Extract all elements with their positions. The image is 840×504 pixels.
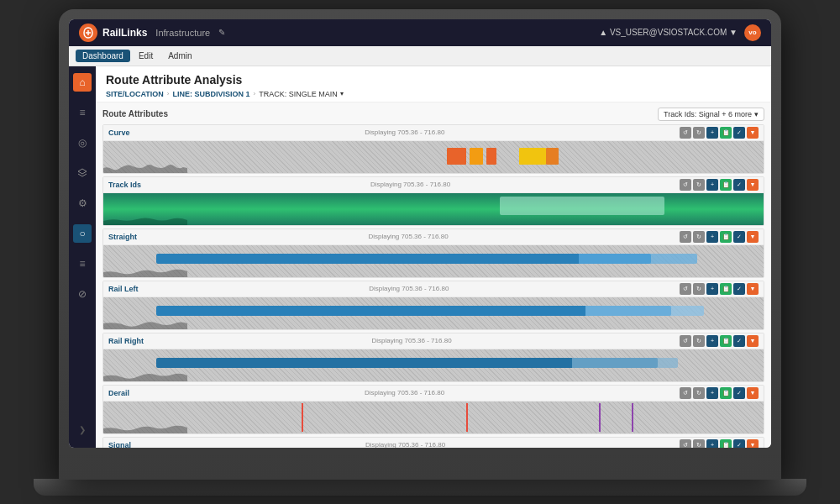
track-row-railright: Rail Right Displaying 705.36 - 716.80 ↺ … bbox=[102, 333, 764, 382]
sidebar-icon-target[interactable]: ◎ bbox=[73, 134, 92, 152]
sidebar-icon-list[interactable]: ≡ bbox=[73, 255, 92, 273]
app-subtitle: Infrastructure bbox=[155, 28, 210, 38]
track-action-reset7[interactable]: ↺ bbox=[680, 439, 691, 448]
track-action-redo3[interactable]: ↻ bbox=[693, 231, 705, 243]
track-name-curve[interactable]: Curve bbox=[108, 129, 130, 137]
laptop-screen: RailLinks Infrastructure ✎ ▲ VS_USER@VSI… bbox=[69, 19, 771, 448]
user-avatar[interactable]: vo bbox=[744, 24, 761, 41]
track-action-copy[interactable]: 📋 bbox=[720, 127, 732, 139]
track-action-copy2[interactable]: 📋 bbox=[720, 179, 732, 191]
user-label[interactable]: ▲ VS_USER@VSIOSTACK.COM ▼ bbox=[599, 28, 738, 37]
track-action-add[interactable]: + bbox=[706, 127, 718, 139]
sidebar-icon-settings[interactable]: ⚙ bbox=[73, 194, 92, 213]
track-action-menu4[interactable]: ▼ bbox=[747, 283, 759, 295]
curve-seg4 bbox=[519, 148, 545, 165]
track-actions-derail: ↺ ↻ + 📋 ✓ ▼ bbox=[680, 387, 759, 399]
curve-seg1 bbox=[447, 148, 467, 165]
track-name-railright[interactable]: Rail Right bbox=[108, 337, 144, 345]
track-display-railright: Displaying 705.36 - 716.80 bbox=[144, 337, 680, 344]
track-action-check[interactable]: ✓ bbox=[733, 127, 745, 139]
track-action-add6[interactable]: + bbox=[706, 387, 718, 399]
track-row-derail: Derail Displaying 705.36 - 716.80 ↺ ↻ + … bbox=[102, 385, 764, 434]
track-actions-curve: ↺ ↻ + 📋 ✓ ▼ bbox=[680, 127, 759, 139]
main-layout: ⌂ ≡ ◎ ⚙ ○ ≡ ⊘ ❯ bbox=[69, 66, 771, 448]
track-label-bar-derail: Derail Displaying 705.36 - 716.80 ↺ ↻ + … bbox=[103, 386, 764, 402]
track-action-reset[interactable]: ↺ bbox=[680, 127, 691, 139]
track-action-add2[interactable]: + bbox=[706, 179, 718, 191]
track-actions-straight: ↺ ↻ + 📋 ✓ ▼ bbox=[680, 231, 759, 243]
track-viz-curve bbox=[103, 141, 764, 173]
track-name-trackids[interactable]: Track Ids bbox=[108, 181, 141, 189]
track-action-copy6[interactable]: 📋 bbox=[720, 387, 732, 399]
track-action-add5[interactable]: + bbox=[706, 335, 718, 347]
sidebar-icon-circle[interactable]: ○ bbox=[73, 224, 92, 243]
derail-vline3 bbox=[599, 403, 601, 432]
track-action-check2[interactable]: ✓ bbox=[733, 179, 745, 191]
breadcrumb-sep2: › bbox=[254, 90, 256, 97]
tab-admin[interactable]: Admin bbox=[161, 50, 198, 62]
breadcrumb-track[interactable]: TRACK: SINGLE MAIN ▾ bbox=[259, 90, 344, 98]
derail-terrain bbox=[103, 417, 187, 433]
track-row-railleft: Rail Left Displaying 705.36 - 716.80 ↺ ↻… bbox=[102, 281, 764, 330]
track-action-check4[interactable]: ✓ bbox=[733, 283, 745, 295]
track-label-bar-signal: Signal Displaying 705.36 - 716.80 ↺ ↻ + … bbox=[103, 438, 764, 448]
track-action-reset5[interactable]: ↺ bbox=[680, 335, 691, 347]
track-action-reset4[interactable]: ↺ bbox=[680, 283, 691, 295]
track-action-reset3[interactable]: ↺ bbox=[680, 231, 691, 243]
railleft-terrain bbox=[103, 312, 187, 329]
track-action-menu5[interactable]: ▼ bbox=[747, 335, 759, 347]
track-actions-railright: ↺ ↻ + 📋 ✓ ▼ bbox=[680, 335, 759, 347]
sidebar-icon-layers[interactable] bbox=[73, 164, 92, 182]
track-action-copy3[interactable]: 📋 bbox=[720, 231, 732, 243]
track-display-trackids: Displaying 705.36 - 716.80 bbox=[141, 181, 680, 188]
track-action-menu7[interactable]: ▼ bbox=[747, 439, 759, 448]
breadcrumb-line[interactable]: LINE: SUBDIVISION 1 bbox=[173, 90, 250, 98]
derail-vline4 bbox=[632, 403, 633, 432]
tab-edit[interactable]: Edit bbox=[132, 50, 160, 62]
track-action-redo[interactable]: ↻ bbox=[693, 127, 705, 139]
track-action-menu2[interactable]: ▼ bbox=[747, 179, 759, 191]
track-action-copy7[interactable]: 📋 bbox=[720, 439, 732, 448]
filter-button[interactable]: Track Ids: Signal + 6 more ▾ bbox=[658, 108, 764, 121]
laptop-base bbox=[34, 479, 806, 496]
breadcrumb-site[interactable]: SITE/LOCATION bbox=[106, 90, 164, 98]
track-action-redo5[interactable]: ↻ bbox=[693, 335, 705, 347]
track-row-straight: Straight Displaying 705.36 - 716.80 ↺ ↻ … bbox=[102, 228, 764, 278]
track-action-copy4[interactable]: 📋 bbox=[720, 283, 732, 295]
track-action-reset2[interactable]: ↺ bbox=[680, 179, 691, 191]
track-action-add3[interactable]: + bbox=[706, 231, 718, 243]
tab-dashboard[interactable]: Dashboard bbox=[76, 50, 130, 62]
track-action-check6[interactable]: ✓ bbox=[733, 387, 745, 399]
sidebar-icon-home[interactable]: ⌂ bbox=[73, 73, 92, 92]
track-action-redo7[interactable]: ↻ bbox=[693, 439, 705, 448]
track-name-railleft[interactable]: Rail Left bbox=[108, 285, 139, 293]
panel-header: Route Attributes Track Ids: Signal + 6 m… bbox=[102, 108, 764, 121]
track-action-menu3[interactable]: ▼ bbox=[747, 231, 759, 243]
edit-icon[interactable]: ✎ bbox=[218, 28, 225, 37]
track-action-menu6[interactable]: ▼ bbox=[747, 387, 759, 399]
track-name-signal[interactable]: Signal bbox=[108, 441, 131, 448]
trackid-band-light bbox=[500, 197, 665, 216]
track-action-copy5[interactable]: 📋 bbox=[720, 335, 732, 347]
curve-seg5 bbox=[546, 148, 559, 165]
track-name-straight[interactable]: Straight bbox=[108, 233, 137, 241]
railright-terrain bbox=[103, 365, 187, 381]
track-action-check7[interactable]: ✓ bbox=[733, 439, 745, 448]
track-action-redo6[interactable]: ↻ bbox=[693, 387, 705, 399]
track-action-add4[interactable]: + bbox=[706, 283, 718, 295]
track-action-check3[interactable]: ✓ bbox=[733, 231, 745, 243]
track-row-curve: Curve Displaying 705.36 - 716.80 ↺ ↻ + 📋… bbox=[102, 124, 764, 174]
track-action-menu[interactable]: ▼ bbox=[747, 127, 759, 139]
sidebar-collapse-btn[interactable]: ❯ bbox=[79, 418, 86, 441]
railright-band-light bbox=[572, 358, 678, 368]
track-name-derail[interactable]: Derail bbox=[108, 389, 129, 397]
sidebar-icon-menu[interactable]: ≡ bbox=[73, 103, 92, 122]
track-action-redo2[interactable]: ↻ bbox=[693, 179, 705, 191]
track-action-add7[interactable]: + bbox=[706, 439, 718, 448]
track-action-redo4[interactable]: ↻ bbox=[693, 283, 705, 295]
track-action-reset6[interactable]: ↺ bbox=[680, 387, 691, 399]
sidebar-icon-dash[interactable]: ⊘ bbox=[73, 285, 92, 303]
curve-seg3 bbox=[486, 148, 496, 165]
navbar: Dashboard Edit Admin bbox=[69, 46, 771, 66]
track-action-check5[interactable]: ✓ bbox=[733, 335, 745, 347]
